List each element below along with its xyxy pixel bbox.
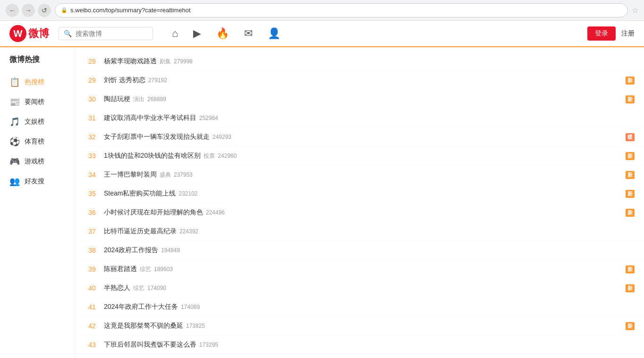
item-category: 盛典	[160, 171, 171, 178]
item-heat: 224392	[179, 228, 198, 235]
badge-label: 新	[626, 171, 635, 179]
login-button[interactable]: 登录	[587, 26, 616, 41]
rank-number: 42	[85, 322, 99, 330]
badge-label: 新	[626, 152, 635, 160]
rank-number: 29	[85, 77, 99, 84]
item-badge: 暖	[626, 133, 635, 141]
bookmark-button[interactable]: ☆	[632, 6, 638, 15]
sidebar-item-sports[interactable]: ⚽ 体育榜	[0, 132, 75, 152]
item-heat: 237953	[174, 171, 193, 178]
search-icon: 🔍	[64, 30, 72, 37]
sidebar-item-hot[interactable]: 📋 热搜榜	[0, 72, 75, 92]
item-category: 综艺	[140, 266, 151, 273]
list-item[interactable]: 30陶喆玩梗演出268889新	[76, 90, 644, 109]
sidebar: 微博热搜 📋 热搜榜 📰 要闻榜 🎵 文娱榜 ⚽ 体育榜 🎮 游戏榜 👥 好友搜	[0, 47, 76, 358]
profile-nav-icon[interactable]: 👤	[268, 27, 280, 40]
register-button[interactable]: 注册	[621, 29, 635, 38]
mail-nav-icon[interactable]: ✉	[244, 27, 253, 40]
list-item[interactable]: 29刘忻 选秀初恋279192新	[76, 71, 644, 90]
sidebar-item-friends[interactable]: 👥 好友搜	[0, 171, 75, 191]
home-nav-icon[interactable]: ⌂	[172, 27, 178, 40]
list-item[interactable]: 43下班后邻居叫我煮饭不要这么香173295	[76, 335, 644, 354]
hot-nav-icon[interactable]: 🔥	[216, 27, 229, 40]
list-item[interactable]: 39陈丽君踏透综艺189603新	[76, 260, 644, 279]
item-title[interactable]: 比特币逼近历史最高纪录224392	[104, 227, 635, 236]
item-title[interactable]: 半熟恋人综艺174090	[104, 284, 626, 292]
list-item[interactable]: 40半熟恋人综艺174090新	[76, 279, 644, 298]
item-title[interactable]: 陶喆玩梗演出268889	[104, 95, 626, 103]
list-item[interactable]: 35Steam私密购买功能上线232102新	[76, 184, 644, 203]
item-title[interactable]: 陈丽君踏透综艺189603	[104, 265, 626, 273]
url-text: s.weibo.com/top/summary?cate=realtimehot	[70, 7, 191, 14]
item-title[interactable]: 王一博巴黎时装周盛典237953	[104, 170, 626, 179]
rank-number: 37	[85, 228, 99, 235]
badge-label: 新	[626, 322, 635, 330]
rank-number: 40	[85, 284, 99, 292]
friends-sidebar-icon: 👥	[9, 176, 20, 187]
sidebar-item-game[interactable]: 🎮 游戏榜	[0, 152, 75, 171]
lock-icon: 🔒	[61, 7, 68, 13]
back-button[interactable]: ←	[6, 4, 19, 17]
game-sidebar-icon: 🎮	[9, 156, 20, 167]
item-badge: 新	[626, 189, 635, 198]
list-item[interactable]: 331块钱的盐和20块钱的盐有啥区别投票242980新	[76, 146, 644, 165]
hot-list: 28杨紫李现吻戏路透剧集27999829刘忻 选秀初恋279192新30陶喆玩梗…	[76, 52, 644, 358]
refresh-button[interactable]: ↺	[38, 4, 51, 17]
item-heat: 242980	[218, 153, 237, 159]
item-title[interactable]: 建议取消高中学业水平考试科目252984	[104, 114, 635, 122]
list-item[interactable]: 44公司设立员工福利生娃最高奖10万170585暖	[76, 354, 644, 358]
item-category: 综艺	[133, 285, 144, 291]
list-item[interactable]: 412024年政府工作十大任务174089	[76, 298, 644, 316]
list-item[interactable]: 36小时候讨厌现在却开始理解的角色224496新	[76, 203, 644, 222]
list-item[interactable]: 32女子刮彩票中一辆车没发现抬头就走249293暖	[76, 128, 644, 146]
badge-label: 暖	[626, 133, 635, 141]
sidebar-label-game: 游戏榜	[25, 157, 44, 166]
item-badge: 新	[626, 284, 635, 292]
video-nav-icon[interactable]: ▶	[193, 27, 201, 40]
item-title[interactable]: 下班后邻居叫我煮饭不要这么香173295	[104, 341, 635, 349]
rank-number: 38	[85, 247, 99, 254]
item-title[interactable]: 1块钱的盐和20块钱的盐有啥区别投票242980	[104, 152, 626, 160]
item-title[interactable]: 刘忻 选秀初恋279192	[104, 76, 626, 85]
sidebar-label-entertainment: 文娱榜	[25, 118, 44, 126]
item-title[interactable]: 女子刮彩票中一辆车没发现抬头就走249293	[104, 133, 626, 141]
hot-sidebar-icon: 📋	[9, 77, 20, 87]
badge-label: 新	[626, 95, 635, 103]
search-input[interactable]	[76, 30, 142, 37]
item-heat: 194849	[161, 247, 180, 254]
item-heat: 174090	[147, 285, 166, 291]
list-item[interactable]: 382024政府工作报告194849	[76, 241, 644, 260]
address-bar[interactable]: 🔒 s.weibo.com/top/summary?cate=realtimeh…	[55, 3, 628, 17]
sidebar-item-entertainment[interactable]: 🎵 文娱榜	[0, 112, 75, 132]
list-item[interactable]: 31建议取消高中学业水平考试科目252984	[76, 109, 644, 128]
sidebar-label-news: 要闻榜	[25, 98, 44, 106]
list-item[interactable]: 34王一博巴黎时装周盛典237953新	[76, 165, 644, 184]
item-category: 剧集	[160, 58, 171, 65]
item-title[interactable]: 杨紫李现吻戏路透剧集279998	[104, 57, 635, 66]
list-item[interactable]: 42这竟是我那桀骜不驯的桑延173825新	[76, 316, 644, 335]
badge-label: 新	[626, 265, 635, 273]
weibo-header: W 微博 🔍 ⌂ ▶ 🔥 ✉ 👤 登录 注册	[0, 21, 644, 47]
item-heat: 279998	[174, 58, 193, 65]
item-title[interactable]: 2024政府工作报告194849	[104, 246, 635, 255]
badge-label: 新	[626, 77, 635, 85]
sports-sidebar-icon: ⚽	[9, 136, 20, 147]
item-heat: 174089	[181, 304, 200, 310]
sidebar-label-hot: 热搜榜	[25, 78, 44, 86]
item-heat: 232102	[178, 190, 197, 197]
item-badge: 新	[626, 95, 635, 103]
sidebar-item-news[interactable]: 📰 要闻榜	[0, 92, 75, 112]
item-title[interactable]: 小时候讨厌现在却开始理解的角色224496	[104, 208, 626, 217]
rank-number: 31	[85, 114, 99, 122]
item-title[interactable]: 2024年政府工作十大任务174089	[104, 303, 635, 311]
logo-icon: W	[9, 25, 26, 42]
forward-button[interactable]: →	[22, 4, 35, 17]
search-bar[interactable]: 🔍	[59, 27, 153, 40]
item-heat: 279192	[148, 77, 167, 84]
item-heat: 189603	[154, 266, 173, 273]
item-title[interactable]: Steam私密购买功能上线232102	[104, 189, 626, 198]
item-title[interactable]: 这竟是我那桀骜不驯的桑延173825	[104, 322, 626, 330]
weibo-logo[interactable]: W 微博	[9, 25, 49, 42]
list-item[interactable]: 37比特币逼近历史最高纪录224392	[76, 222, 644, 241]
list-item[interactable]: 28杨紫李现吻戏路透剧集279998	[76, 52, 644, 71]
